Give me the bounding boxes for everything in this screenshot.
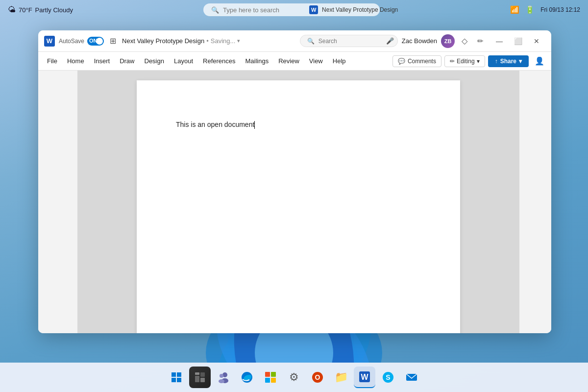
share-button[interactable]: ↑ Share ▾ [488, 55, 529, 67]
taskbar-settings-button[interactable]: ⚙ [283, 367, 305, 388]
ribbon: File Home Insert Draw Design Layout Refe… [38, 52, 551, 71]
dropdown-arrow-icon: ▾ [477, 58, 480, 65]
taskbar-widgets-button[interactable] [189, 367, 211, 388]
minimize-button[interactable]: — [490, 34, 508, 48]
search-icon: 🔍 [307, 38, 315, 45]
window-controls: — ⬜ ✕ [490, 34, 545, 48]
svg-point-18 [219, 379, 224, 383]
topbar-search-area: 🔍 W Next Valley Prototype Design [73, 3, 510, 16]
share-label: Share [500, 58, 516, 65]
svg-rect-10 [177, 378, 181, 382]
datetime: Fri 09/13 12:12 [540, 6, 580, 13]
taskbar-word-button[interactable]: W [354, 367, 375, 388]
user-avatar[interactable]: ZB [441, 34, 455, 48]
svg-text:S: S [386, 373, 390, 381]
user-initials: ZB [444, 38, 452, 44]
word-window: W AutoSave ON ⊞ Next Valley Prototype De… [38, 30, 551, 333]
toggle-on-label: ON [89, 38, 98, 44]
comments-label: Comments [408, 58, 436, 65]
svg-text:O: O [315, 373, 320, 381]
username: Zac Bowden [402, 37, 437, 45]
menu-draw[interactable]: Draw [115, 54, 139, 68]
doc-page-area[interactable]: This is an open document [77, 71, 519, 333]
doc-page[interactable]: This is an open document [137, 80, 460, 333]
mic-icon[interactable]: 🎤 [386, 37, 394, 45]
doc-title-area: Next Valley Prototype Design • Saving...… [122, 37, 296, 45]
taskbar-file-explorer-button[interactable]: 📁 [330, 367, 352, 388]
svg-rect-14 [200, 378, 205, 382]
share-dropdown-icon: ▾ [519, 58, 522, 65]
pencil-icon: ✏ [450, 58, 455, 65]
ribbon-actions: 💬 Comments ✏ Editing ▾ ↑ Share ▾ 👤 [392, 54, 547, 68]
menu-review[interactable]: Review [273, 54, 304, 68]
doc-body: This is an open document [38, 71, 551, 333]
taskbar-mail-button[interactable] [401, 367, 422, 388]
comment-icon: 💬 [398, 58, 405, 65]
taskbar-skype-button[interactable]: S [377, 367, 399, 388]
doc-content[interactable]: This is an open document [176, 121, 254, 128]
menu-help[interactable]: Help [328, 54, 351, 68]
title-bar: W AutoSave ON ⊞ Next Valley Prototype De… [38, 30, 551, 52]
svg-rect-12 [200, 372, 205, 377]
autosave-label: AutoSave [59, 38, 84, 45]
menu-insert[interactable]: Insert [89, 54, 115, 68]
editing-button[interactable]: ✏ Editing ▾ [444, 55, 485, 67]
weather-icon: 🌤 [8, 5, 16, 14]
active-app-label: Next Valley Prototype Design [322, 6, 398, 13]
doc-title: Next Valley Prototype Design [122, 37, 204, 45]
menu-bar: File Home Insert Draw Design Layout Refe… [42, 54, 392, 68]
temperature: 70°F [19, 6, 32, 14]
menu-layout[interactable]: Layout [169, 54, 198, 68]
maximize-button[interactable]: ⬜ [509, 34, 527, 48]
taskbar-teams-button[interactable] [213, 367, 234, 388]
battery-icon: 🔋 [525, 5, 535, 14]
search-icon: 🔍 [211, 6, 219, 14]
saving-status: Saving... [211, 37, 236, 45]
desktop: 🌤 70°F Partly Cloudy 🔍 W Next Valley Pro… [0, 0, 588, 392]
topbar-search-box[interactable]: 🔍 W Next Valley Prototype Design [203, 3, 380, 16]
pen-icon[interactable]: ✏ [474, 36, 487, 47]
autosave-toggle[interactable]: ON [87, 37, 104, 46]
svg-rect-23 [271, 378, 276, 383]
autosave-area: AutoSave ON [59, 37, 104, 46]
weather-widget[interactable]: 🌤 70°F Partly Cloudy [8, 5, 73, 14]
word-logo: W [44, 36, 55, 47]
menu-view[interactable]: View [304, 54, 328, 68]
user-area: Zac Bowden ZB [402, 34, 455, 48]
menu-home[interactable]: Home [62, 54, 89, 68]
menu-mailings[interactable]: Mailings [241, 54, 274, 68]
search-input[interactable] [318, 38, 382, 45]
person-icon[interactable]: 👤 [532, 54, 547, 68]
weather-condition: Partly Cloudy [35, 6, 73, 14]
wifi-icon: 📶 [510, 5, 519, 14]
svg-rect-20 [265, 372, 270, 377]
svg-rect-21 [271, 372, 276, 377]
system-tray: 📶 🔋 Fri 09/13 12:12 [510, 5, 580, 14]
svg-rect-13 [195, 376, 199, 382]
search-box[interactable]: 🔍 🎤 [300, 35, 398, 47]
ms-logo: W [309, 5, 318, 14]
taskbar-start-button[interactable] [166, 367, 187, 388]
share-icon: ↑ [495, 58, 498, 65]
taskbar-office-button[interactable]: O [307, 367, 328, 388]
svg-text:W: W [361, 373, 368, 381]
svg-rect-8 [177, 372, 181, 377]
layout-icon[interactable]: ⊞ [108, 35, 118, 47]
taskbar-edge-button[interactable] [236, 367, 258, 388]
svg-rect-22 [265, 378, 270, 383]
svg-rect-7 [172, 372, 176, 377]
doc-sidebar-right [519, 71, 551, 333]
text-cursor [254, 121, 255, 129]
comments-button[interactable]: 💬 Comments [392, 55, 441, 67]
svg-point-17 [220, 374, 223, 378]
chevron-down-icon[interactable]: ▾ [237, 38, 240, 44]
menu-references[interactable]: References [198, 54, 240, 68]
taskbar-store-button[interactable] [260, 367, 281, 388]
doc-sidebar-left [38, 71, 77, 333]
close-button[interactable]: ✕ [528, 34, 545, 48]
menu-design[interactable]: Design [140, 54, 169, 68]
svg-rect-11 [195, 372, 199, 375]
diamond-icon[interactable]: ◇ [459, 35, 470, 47]
topbar-search-input[interactable] [223, 6, 305, 14]
menu-file[interactable]: File [42, 54, 62, 68]
